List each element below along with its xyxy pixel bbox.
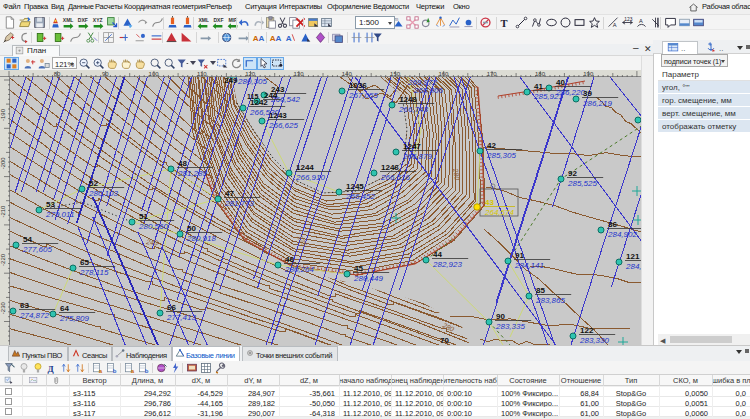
svg-text:51: 51 <box>139 212 148 221</box>
svg-text:266,516: 266,516 <box>380 173 410 182</box>
svg-text:266,910: 266,910 <box>295 173 325 182</box>
svg-text:91: 91 <box>515 251 524 260</box>
svg-text:Д: Д <box>48 364 55 374</box>
svg-text:-230: -230 <box>0 302 6 315</box>
svg-text:47: 47 <box>225 189 234 198</box>
svg-text:115: 115 <box>247 93 258 100</box>
svg-text:266,625: 266,625 <box>268 121 298 130</box>
svg-text:b: b <box>113 368 117 374</box>
svg-text:281,289: 281,289 <box>177 169 207 178</box>
svg-text:249: 249 <box>224 77 238 85</box>
svg-text:280,305: 280,305 <box>237 77 267 86</box>
svg-text:1246: 1246 <box>381 163 399 172</box>
svg-text:1245: 1245 <box>346 182 364 191</box>
svg-text:275,809: 275,809 <box>59 314 89 323</box>
svg-text:285,305: 285,305 <box>486 151 516 160</box>
svg-text:-210: -210 <box>0 205 6 218</box>
svg-text:XML: XML <box>198 17 209 23</box>
svg-text:274,872: 274,872 <box>19 311 49 320</box>
svg-text:268,806: 268,806 <box>413 86 443 95</box>
svg-text:122: 122 <box>580 326 594 335</box>
svg-text:a: a <box>99 368 103 374</box>
svg-text:92: 92 <box>568 169 577 178</box>
svg-text:123: 123 <box>624 17 632 22</box>
svg-text:A: A <box>639 18 643 24</box>
svg-text:277,605: 277,605 <box>22 245 52 254</box>
svg-text:280,918: 280,918 <box>186 234 216 243</box>
svg-text:XYZ: XYZ <box>93 17 103 23</box>
svg-text:A: A <box>259 34 265 43</box>
svg-text:41: 41 <box>534 82 543 91</box>
svg-text:42: 42 <box>487 141 496 150</box>
svg-text:86: 86 <box>608 220 617 229</box>
svg-text:44: 44 <box>433 250 442 259</box>
svg-text:45: 45 <box>354 264 363 273</box>
svg-text:1243: 1243 <box>269 111 287 120</box>
svg-text:280,103: 280,103 <box>88 189 118 198</box>
svg-text:266,452: 266,452 <box>345 192 375 201</box>
svg-text:283,330: 283,330 <box>579 336 609 345</box>
svg-text:286,220: 286,220 <box>555 88 585 97</box>
svg-text:286,219: 286,219 <box>582 99 612 108</box>
svg-text:50: 50 <box>187 224 196 233</box>
svg-text:T: T <box>500 18 507 29</box>
svg-text:XML: XML <box>63 17 74 23</box>
svg-text:285,525: 285,525 <box>567 179 597 188</box>
svg-text:40: 40 <box>556 78 565 87</box>
svg-text:39: 39 <box>583 89 592 98</box>
svg-text:266,879: 266,879 <box>402 152 432 161</box>
svg-text:284,381: 284,381 <box>625 262 641 271</box>
svg-text:85: 85 <box>536 286 545 295</box>
svg-text:a: a <box>131 368 135 374</box>
svg-text:A: A <box>286 34 292 43</box>
svg-text:66: 66 <box>167 303 176 312</box>
svg-text:90: 90 <box>496 312 505 321</box>
svg-text:281,773: 281,773 <box>224 199 254 208</box>
svg-text:A: A <box>613 22 617 28</box>
svg-text:284,902: 284,902 <box>607 230 637 239</box>
svg-text:277,413: 277,413 <box>166 313 196 322</box>
svg-text:278,115: 278,115 <box>79 268 109 277</box>
svg-text:A: A <box>276 34 282 43</box>
svg-text:1244: 1244 <box>296 163 314 172</box>
svg-text:1247: 1247 <box>403 142 421 151</box>
svg-text:-200: -200 <box>0 157 6 170</box>
svg-text:53: 53 <box>46 200 55 209</box>
svg-text:52: 52 <box>89 179 98 188</box>
svg-text:280,264: 280,264 <box>284 265 314 274</box>
svg-text:264,574: 264,574 <box>484 208 514 217</box>
svg-text:-220: -220 <box>0 253 6 266</box>
svg-text:267,055: 267,055 <box>348 91 378 100</box>
svg-text:64: 64 <box>60 304 69 313</box>
svg-text:DXF: DXF <box>78 17 88 23</box>
svg-text:DXF: DXF <box>213 17 223 23</box>
svg-text:280,449: 280,449 <box>353 274 383 283</box>
svg-text:1248: 1248 <box>399 95 417 104</box>
svg-text:48: 48 <box>178 159 187 168</box>
svg-text:284,141: 284,141 <box>514 261 544 270</box>
svg-text:63: 63 <box>20 301 29 310</box>
svg-text:280,560: 280,560 <box>138 222 168 231</box>
svg-text:65: 65 <box>80 258 89 267</box>
svg-text:54: 54 <box>23 235 32 244</box>
svg-text:43: 43 <box>485 198 494 207</box>
svg-text:46: 46 <box>285 255 294 264</box>
svg-text:b: b <box>145 368 149 374</box>
svg-text:266,743: 266,743 <box>398 105 428 114</box>
svg-text:70: 70 <box>440 336 449 345</box>
svg-text:283,865: 283,865 <box>535 296 565 305</box>
svg-text:283,335: 283,335 <box>495 322 525 331</box>
svg-text:279,011: 279,011 <box>45 210 74 219</box>
svg-text:282,923: 282,923 <box>432 260 462 269</box>
svg-text:1036: 1036 <box>349 81 367 90</box>
svg-text:121: 121 <box>626 252 640 261</box>
svg-text:-190: -190 <box>0 108 6 121</box>
svg-text:m: m <box>394 17 398 22</box>
